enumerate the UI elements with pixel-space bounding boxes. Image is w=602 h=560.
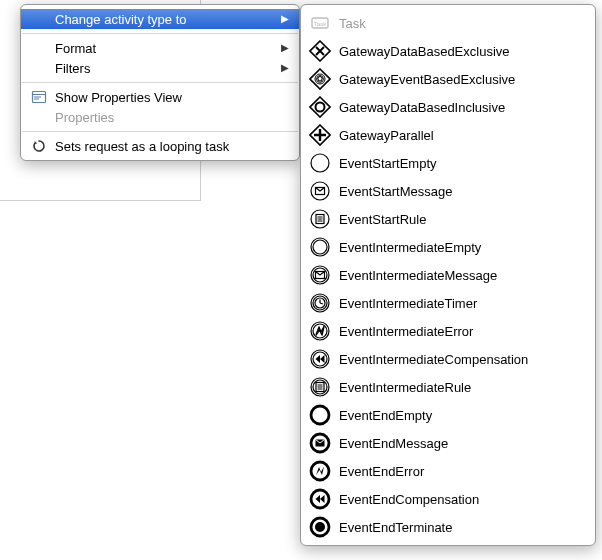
event-intermediate-empty-icon xyxy=(309,236,331,258)
submenu-item-label: EventIntermediateCompensation xyxy=(339,352,583,367)
submenu-item-gateway-data-inclusive[interactable]: GatewayDataBasedInclusive xyxy=(301,93,595,121)
context-menu: Change activity type to ▶ Format ▶ Filte… xyxy=(20,4,300,161)
submenu-item-event-end-empty[interactable]: EventEndEmpty xyxy=(301,401,595,429)
submenu-item-label: EventEndMessage xyxy=(339,436,583,451)
loop-icon xyxy=(31,138,47,154)
event-intermediate-error-icon xyxy=(309,320,331,342)
submenu-item-event-end-message[interactable]: EventEndMessage xyxy=(301,429,595,457)
submenu-item-event-end-terminate[interactable]: EventEndTerminate xyxy=(301,513,595,541)
activity-type-submenu: TaskGatewayDataBasedExclusiveGatewayEven… xyxy=(300,4,596,546)
submenu-item-event-start-empty[interactable]: EventStartEmpty xyxy=(301,149,595,177)
menu-item-label: Filters xyxy=(55,61,269,76)
submenu-item-label: GatewayDataBasedInclusive xyxy=(339,100,583,115)
gateway-event-exclusive-icon xyxy=(309,68,331,90)
event-intermediate-timer-icon xyxy=(309,292,331,314)
menu-separator xyxy=(22,82,298,83)
submenu-item-label: EventStartMessage xyxy=(339,184,583,199)
menu-separator xyxy=(22,131,298,132)
menu-item-label: Sets request as a looping task xyxy=(55,139,289,154)
event-end-empty-icon xyxy=(309,404,331,426)
submenu-item-event-end-error[interactable]: EventEndError xyxy=(301,457,595,485)
task-icon xyxy=(309,12,331,34)
menu-item-label: Properties xyxy=(55,110,289,125)
menu-item-label: Show Properties View xyxy=(55,90,289,105)
submenu-item-event-intermediate-empty[interactable]: EventIntermediateEmpty xyxy=(301,233,595,261)
gateway-data-exclusive-icon xyxy=(309,40,331,62)
menu-item-change-activity-type[interactable]: Change activity type to ▶ xyxy=(21,9,299,29)
event-end-message-icon xyxy=(309,432,331,454)
submenu-item-event-intermediate-message[interactable]: EventIntermediateMessage xyxy=(301,261,595,289)
menu-item-format[interactable]: Format ▶ xyxy=(21,38,299,58)
event-start-rule-icon xyxy=(309,208,331,230)
event-end-error-icon xyxy=(309,460,331,482)
submenu-item-gateway-data-exclusive[interactable]: GatewayDataBasedExclusive xyxy=(301,37,595,65)
submenu-item-event-start-rule[interactable]: EventStartRule xyxy=(301,205,595,233)
submenu-item-event-intermediate-timer[interactable]: EventIntermediateTimer xyxy=(301,289,595,317)
event-intermediate-rule-icon xyxy=(309,376,331,398)
submenu-item-event-intermediate-rule[interactable]: EventIntermediateRule xyxy=(301,373,595,401)
menu-item-label: Format xyxy=(55,41,269,56)
submenu-item-task: Task xyxy=(301,9,595,37)
submenu-item-label: EventEndError xyxy=(339,464,583,479)
submenu-item-label: Task xyxy=(339,16,583,31)
submenu-arrow-icon: ▶ xyxy=(281,14,289,24)
submenu-arrow-icon: ▶ xyxy=(281,43,289,53)
submenu-item-label: EventIntermediateError xyxy=(339,324,583,339)
submenu-item-event-end-compensation[interactable]: EventEndCompensation xyxy=(301,485,595,513)
submenu-item-label: EventStartRule xyxy=(339,212,583,227)
submenu-item-event-start-message[interactable]: EventStartMessage xyxy=(301,177,595,205)
submenu-item-label: EventEndEmpty xyxy=(339,408,583,423)
menu-separator xyxy=(22,33,298,34)
submenu-item-label: EventEndCompensation xyxy=(339,492,583,507)
menu-item-filters[interactable]: Filters ▶ xyxy=(21,58,299,78)
submenu-item-label: GatewayParallel xyxy=(339,128,583,143)
submenu-item-gateway-event-exclusive[interactable]: GatewayEventBasedExclusive xyxy=(301,65,595,93)
event-intermediate-compensation-icon xyxy=(309,348,331,370)
submenu-item-label: EventIntermediateEmpty xyxy=(339,240,583,255)
submenu-item-label: EventStartEmpty xyxy=(339,156,583,171)
submenu-item-label: EventEndTerminate xyxy=(339,520,583,535)
submenu-item-event-intermediate-error[interactable]: EventIntermediateError xyxy=(301,317,595,345)
submenu-item-gateway-parallel[interactable]: GatewayParallel xyxy=(301,121,595,149)
submenu-item-label: EventIntermediateMessage xyxy=(339,268,583,283)
submenu-item-label: GatewayEventBasedExclusive xyxy=(339,72,583,87)
properties-view-icon xyxy=(31,89,47,105)
submenu-item-label: EventIntermediateTimer xyxy=(339,296,583,311)
menu-item-label: Change activity type to xyxy=(55,12,269,27)
submenu-item-label: EventIntermediateRule xyxy=(339,380,583,395)
submenu-arrow-icon: ▶ xyxy=(281,63,289,73)
event-start-message-icon xyxy=(309,180,331,202)
event-end-terminate-icon xyxy=(309,516,331,538)
submenu-item-label: GatewayDataBasedExclusive xyxy=(339,44,583,59)
event-start-empty-icon xyxy=(309,152,331,174)
menu-item-properties: Properties xyxy=(21,107,299,127)
gateway-data-inclusive-icon xyxy=(309,96,331,118)
submenu-item-event-intermediate-compensation[interactable]: EventIntermediateCompensation xyxy=(301,345,595,373)
gateway-parallel-icon xyxy=(309,124,331,146)
event-intermediate-message-icon xyxy=(309,264,331,286)
menu-item-show-properties-view[interactable]: Show Properties View xyxy=(21,87,299,107)
menu-item-set-looping-task[interactable]: Sets request as a looping task xyxy=(21,136,299,156)
event-end-compensation-icon xyxy=(309,488,331,510)
